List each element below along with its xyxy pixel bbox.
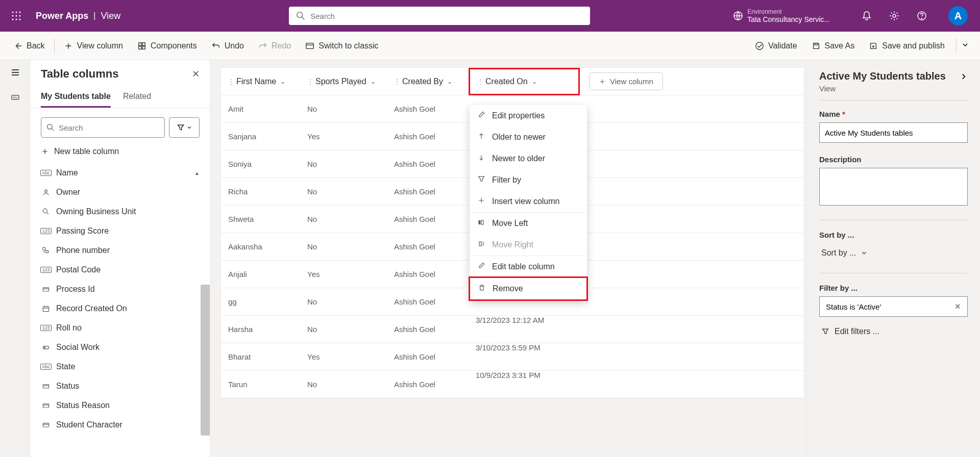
column-label: Status Reason: [56, 401, 110, 410]
cell-created-on: 10/9/2023 3:31 PM: [469, 371, 580, 398]
name-input[interactable]: [819, 122, 968, 143]
add-view-column-button[interactable]: View column: [589, 72, 663, 90]
svg-point-2: [19, 12, 21, 13]
table-row[interactable]: Tarun No Ashish Goel 10/9/2023 3:31 PM: [221, 371, 804, 398]
cell-first-name: Aakansha: [221, 242, 300, 251]
column-item[interactable]: AbcName▲: [31, 163, 210, 183]
undo-button[interactable]: Undo: [204, 38, 251, 54]
cell-sports: No: [300, 297, 387, 306]
column-item[interactable]: 123Postal Code: [31, 260, 210, 280]
column-search[interactable]: [41, 117, 165, 138]
properties-panel: Active My Students tables View Name * De…: [806, 60, 980, 457]
description-input[interactable]: [819, 168, 968, 206]
tab-related[interactable]: Related: [123, 87, 151, 108]
chevron-right-icon[interactable]: [960, 72, 968, 81]
ctx-remove[interactable]: Remove: [469, 276, 588, 301]
cell-created-by: Ashish Goel: [387, 270, 469, 278]
cell-sports: No: [300, 215, 387, 223]
svg-rect-16: [142, 42, 145, 45]
column-type-icon: [41, 285, 51, 293]
column-item[interactable]: Record Created On: [31, 299, 210, 318]
filter-status-active[interactable]: Status is 'Active' ✕: [819, 296, 968, 317]
validate-button[interactable]: Validate: [748, 38, 804, 54]
column-type-icon: 123: [41, 324, 51, 332]
column-type-icon: [41, 188, 51, 196]
column-item[interactable]: Student Character: [31, 415, 210, 435]
tree-icon[interactable]: Abc: [0, 85, 31, 109]
close-panel-button[interactable]: ✕: [192, 68, 200, 80]
svg-rect-29: [43, 288, 48, 291]
save-publish-button[interactable]: Save and publish: [862, 38, 952, 54]
cell-first-name: Richa: [221, 187, 300, 196]
svg-rect-21: [815, 43, 817, 45]
ctx-edit-table-column[interactable]: Edit table column: [470, 256, 587, 277]
sort-by-button[interactable]: Sort by ...: [819, 243, 968, 263]
column-search-input[interactable]: [59, 123, 159, 132]
new-table-column-button[interactable]: New table column: [31, 147, 210, 163]
table-row[interactable]: Bharat Yes Ashish Goel 3/10/2023 5:59 PM: [221, 343, 804, 371]
settings-icon[interactable]: [888, 10, 900, 22]
cell-first-name: Shweta: [221, 215, 300, 223]
column-item[interactable]: Owning Business Unit: [31, 202, 210, 221]
column-item[interactable]: 123Passing Score: [31, 221, 210, 241]
search-input[interactable]: [310, 12, 583, 20]
svg-point-0: [12, 12, 14, 13]
environment-picker[interactable]: Environment Tata Consultancy Servic...: [733, 8, 830, 23]
column-label: Record Created On: [56, 304, 127, 313]
column-item[interactable]: Process Id: [31, 280, 210, 299]
user-avatar[interactable]: A: [948, 6, 968, 26]
table-row[interactable]: Harsha No Ashish Goel 3/12/2023 12:12 AM: [221, 316, 804, 343]
help-icon[interactable]: [916, 10, 928, 22]
remove-filter-icon[interactable]: ✕: [954, 302, 961, 311]
column-label: Name: [56, 168, 78, 177]
column-filter-button[interactable]: [169, 117, 200, 138]
save-as-button[interactable]: Save As: [804, 38, 862, 54]
svg-rect-15: [139, 42, 141, 45]
column-item[interactable]: Status: [31, 376, 210, 396]
ctx-insert-view-column[interactable]: Insert view column: [470, 191, 587, 212]
cell-first-name: gg: [221, 297, 300, 306]
redo-button: Redo: [251, 38, 298, 54]
grid-header: ⋮First Name⌄ ⋮Sports Played⌄ ⋮Created By…: [221, 68, 804, 95]
command-overflow[interactable]: [956, 38, 974, 54]
ctx-newer-to-older[interactable]: Newer to older: [470, 148, 587, 169]
tab-my-students[interactable]: My Students table: [41, 87, 111, 108]
edit-filters-button[interactable]: Edit filters ...: [819, 324, 968, 339]
scrollbar-thumb[interactable]: [201, 285, 210, 436]
components-button[interactable]: Components: [130, 38, 204, 54]
hamburger-icon[interactable]: [0, 60, 31, 85]
waffle-menu[interactable]: [6, 6, 27, 26]
view-column-button[interactable]: View column: [57, 38, 130, 54]
svg-rect-41: [43, 423, 48, 427]
ctx-move-left[interactable]: Move Left: [470, 213, 587, 234]
svg-point-6: [12, 19, 14, 20]
app-title: Power Apps: [36, 11, 88, 21]
back-button[interactable]: Back: [6, 38, 52, 54]
cell-first-name: Anjali: [221, 270, 300, 278]
column-header-created-on[interactable]: ⋮Created On⌄: [469, 68, 580, 95]
svg-point-4: [16, 15, 17, 17]
column-type-icon: [41, 421, 51, 429]
ctx-filter-by[interactable]: Filter by: [470, 169, 587, 191]
cell-sports: Yes: [300, 270, 387, 278]
column-item[interactable]: Social Work: [31, 338, 210, 357]
ctx-older-to-newer[interactable]: Older to newer: [470, 126, 587, 148]
column-context-menu: Edit properties Older to newer Newer to …: [470, 105, 587, 300]
column-label: State: [56, 362, 75, 371]
column-header-created-by[interactable]: ⋮Created By⌄: [387, 68, 469, 95]
ctx-edit-properties[interactable]: Edit properties: [470, 105, 587, 126]
svg-rect-39: [43, 404, 48, 408]
column-item[interactable]: Status Reason: [31, 396, 210, 415]
svg-line-28: [47, 213, 48, 214]
column-header-first-name[interactable]: ⋮First Name⌄: [221, 68, 300, 95]
columns-list[interactable]: AbcName▲OwnerOwning Business Unit123Pass…: [31, 163, 210, 449]
column-item[interactable]: AbcState: [31, 357, 210, 376]
column-item[interactable]: Owner: [31, 183, 210, 202]
column-item[interactable]: Phone number: [31, 241, 210, 260]
switch-classic-button[interactable]: Switch to classic: [298, 38, 385, 54]
column-header-sports-played[interactable]: ⋮Sports Played⌄: [300, 68, 387, 95]
notifications-icon[interactable]: [861, 10, 873, 22]
cell-created-by: Ashish Goel: [387, 352, 469, 361]
global-search[interactable]: [289, 7, 590, 25]
column-item[interactable]: 123Roll no: [31, 318, 210, 338]
